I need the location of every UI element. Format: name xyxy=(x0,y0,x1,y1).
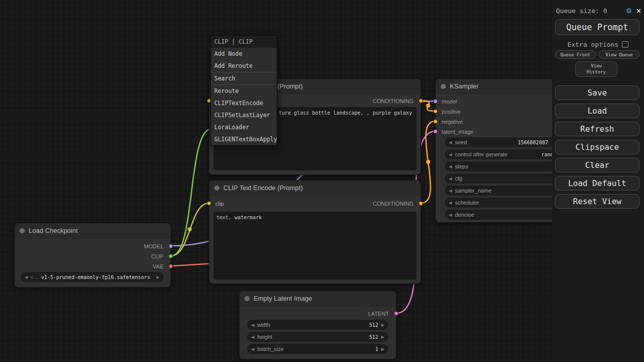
clip-output-slot[interactable] xyxy=(169,254,173,258)
clear-button[interactable]: Clear xyxy=(555,158,639,172)
widget-label: sampler_name xyxy=(455,188,492,194)
widget-label: width xyxy=(257,322,270,328)
prev-arrow-icon[interactable]: ◀ xyxy=(25,275,28,280)
widget-label: height xyxy=(257,334,272,340)
view-history-button[interactable]: View History xyxy=(575,61,617,77)
prompt-text-widget[interactable]: text, watermark xyxy=(213,212,417,280)
model-output-slot[interactable] xyxy=(169,244,173,248)
context-menu-item-reroute[interactable]: Reroute xyxy=(211,85,277,97)
widget-value: v1-5-pruned-emaonly-fp16.safetensors xyxy=(41,275,150,280)
node-title-bar[interactable]: CLIP Text Encode (Prompt) xyxy=(209,180,421,196)
context-menu-item-add-node[interactable]: Add Node xyxy=(211,48,277,60)
conditioning-negative-midpoint-dot xyxy=(426,160,430,164)
width-widget[interactable]: ◀ width 512 ▶ xyxy=(247,320,388,330)
conditioning-output-label: CONDITIONING xyxy=(373,96,414,106)
decrement-arrow-icon[interactable]: ◀ xyxy=(251,323,254,327)
extra-options-label: Extra options xyxy=(568,41,619,48)
vae-output-slot[interactable] xyxy=(169,264,173,268)
model-input-label: model xyxy=(442,97,457,107)
increment-arrow-icon[interactable]: ▶ xyxy=(381,323,384,327)
context-menu-item-loraloader[interactable]: LoraLoader xyxy=(211,121,277,133)
conditioning-output-slot[interactable] xyxy=(419,99,423,103)
clipspace-button[interactable]: Clipspace xyxy=(555,140,639,154)
clip-input-slot[interactable] xyxy=(207,201,211,206)
increment-arrow-icon[interactable]: ▶ xyxy=(381,347,384,351)
decrement-arrow-icon[interactable]: ◀ xyxy=(251,347,254,351)
context-menu-item-clipsetlastlayer[interactable]: CLIPSetLastLayer xyxy=(211,109,277,121)
node-graph-canvas[interactable]: CLIP Text Encode (Prompt) clip CONDITION… xyxy=(0,0,644,362)
increment-arrow-icon[interactable]: ▶ xyxy=(381,335,384,339)
sidebar-menu: Queue size: 0 ⚙ ✕ Queue Prompt Extra opt… xyxy=(552,0,644,362)
widget-value: 1566802087 xyxy=(518,140,548,145)
latent-output-label: LATENT xyxy=(368,309,389,319)
decrement-arrow-icon[interactable]: ◀ xyxy=(449,152,452,157)
clip-drag-link-wire xyxy=(171,129,212,256)
queue-front-button[interactable]: Queue Front xyxy=(555,50,596,59)
extra-options-checkbox[interactable] xyxy=(622,41,628,48)
node-collapse-dot[interactable] xyxy=(20,228,25,233)
node-title-bar[interactable]: Empty Latent Image xyxy=(239,291,396,306)
settings-gear-icon[interactable]: ⚙ xyxy=(626,7,631,15)
next-arrow-icon[interactable]: ▶ xyxy=(156,275,159,280)
batch-size-widget[interactable]: ◀ batch_size 1 ▶ xyxy=(247,344,388,354)
decrement-arrow-icon[interactable]: ◀ xyxy=(449,176,452,181)
clip-input-label: clip xyxy=(215,199,224,209)
decrement-arrow-icon[interactable]: ◀ xyxy=(449,189,452,193)
node-title: KSampler xyxy=(450,82,478,90)
queue-size-label: Queue size: 0 xyxy=(556,7,621,15)
reset-view-button[interactable]: Reset View xyxy=(555,194,639,209)
vae-output-label: VAE xyxy=(153,261,164,272)
node-load-checkpoint[interactable]: Load Checkpoint MODEL CLIP VAE ◀ c ... v… xyxy=(14,223,171,288)
model-output-label: MODEL xyxy=(144,241,164,251)
load-default-button[interactable]: Load Default xyxy=(555,176,639,191)
widget-label: batch_size xyxy=(257,346,284,352)
widget-value: 512 xyxy=(369,334,378,340)
load-button[interactable]: Load xyxy=(555,104,639,118)
node-collapse-dot[interactable] xyxy=(214,186,219,191)
decrement-arrow-icon[interactable]: ◀ xyxy=(251,335,254,339)
widget-label: cfg xyxy=(455,175,462,182)
widget-value: 1 xyxy=(375,346,378,352)
widget-label: control after generate xyxy=(455,151,508,157)
latent-image-input-slot[interactable] xyxy=(433,129,438,134)
model-input-slot[interactable] xyxy=(433,99,438,104)
decrement-arrow-icon[interactable]: ◀ xyxy=(449,140,452,145)
node-title: CLIP Text Encode (Prompt) xyxy=(223,184,303,192)
refresh-button[interactable]: Refresh xyxy=(555,122,639,136)
context-menu-item-search[interactable]: Search xyxy=(211,72,277,85)
widget-label: c ... xyxy=(31,275,38,280)
decrement-arrow-icon[interactable]: ◀ xyxy=(449,164,452,169)
context-menu-item-cliptextencode[interactable]: CLIPTextEncode xyxy=(211,97,277,109)
node-title: Load Checkpoint xyxy=(29,227,78,234)
context-menu-title: CLIP | CLIP xyxy=(211,36,277,48)
decrement-arrow-icon[interactable]: ◀ xyxy=(449,201,452,205)
node-collapse-dot[interactable] xyxy=(441,84,446,89)
widget-label: seed xyxy=(455,139,467,145)
positive-input-slot[interactable] xyxy=(433,109,438,114)
queue-actions-row: Queue Front View Queue xyxy=(555,50,639,59)
context-menu-item-gligentextboxapply[interactable]: GLIGENTextBoxApply xyxy=(211,133,277,145)
extra-options-row: Extra options xyxy=(552,40,644,48)
context-menu[interactable]: CLIP | CLIP Add Node Add Reroute Search … xyxy=(210,35,277,146)
node-clip-text-encode-2[interactable]: CLIP Text Encode (Prompt) clip CONDITION… xyxy=(209,180,421,284)
conditioning-output-label: CONDITIONING xyxy=(373,199,414,209)
node-collapse-dot[interactable] xyxy=(245,296,250,301)
negative-input-label: negative xyxy=(442,117,463,127)
ckpt-name-widget[interactable]: ◀ c ... v1-5-pruned-emaonly-fp16.safeten… xyxy=(21,272,164,282)
queue-prompt-button[interactable]: Queue Prompt xyxy=(555,19,639,35)
node-title: Empty Latent Image xyxy=(254,295,312,302)
save-button[interactable]: Save xyxy=(555,85,639,100)
close-icon[interactable]: ✕ xyxy=(636,7,641,15)
context-menu-item-add-reroute[interactable]: Add Reroute xyxy=(211,60,277,72)
negative-input-slot[interactable] xyxy=(433,119,438,124)
node-title-bar[interactable]: Load Checkpoint xyxy=(15,223,171,238)
clip-output-label: CLIP xyxy=(151,251,164,261)
height-widget[interactable]: ◀ height 512 ▶ xyxy=(247,332,388,342)
widget-label: steps xyxy=(455,163,468,169)
view-queue-button[interactable]: View Queue xyxy=(599,50,639,59)
widget-value: 512 xyxy=(369,322,378,328)
conditioning-output-slot[interactable] xyxy=(419,201,423,206)
decrement-arrow-icon[interactable]: ◀ xyxy=(449,213,452,217)
node-empty-latent-image[interactable]: Empty Latent Image LATENT ◀ width 512 ▶ … xyxy=(239,291,396,359)
latent-output-slot[interactable] xyxy=(394,311,398,316)
